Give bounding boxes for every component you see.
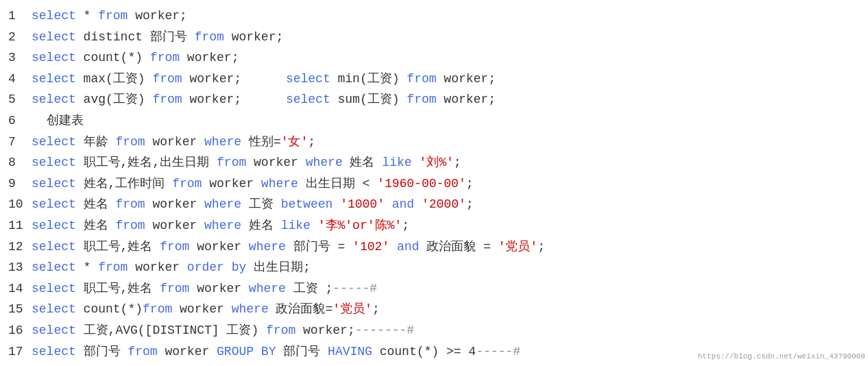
sql-keyword: from xyxy=(115,219,145,232)
sql-plain: 出生日期 < xyxy=(298,177,377,191)
sql-plain: worker; xyxy=(182,72,286,86)
sql-plain: 年龄 xyxy=(76,135,116,149)
sql-keyword: where xyxy=(261,177,298,191)
sql-plain: worker xyxy=(145,197,204,211)
sql-plain: min(工资) xyxy=(330,72,407,86)
line-number: 1 xyxy=(8,5,27,27)
code-line: 1select * from worker; xyxy=(8,5,860,27)
sql-string: '1960-00-00' xyxy=(377,177,466,191)
sql-keyword: select xyxy=(286,72,330,86)
line-content: select count(*) from worker; xyxy=(32,47,239,69)
line-content: select distinct 部门号 from worker; xyxy=(32,27,283,48)
sql-plain: worker; xyxy=(437,93,496,106)
sql-plain: worker xyxy=(189,240,248,254)
sql-keyword: select xyxy=(286,93,330,106)
sql-plain: distinct 部门号 xyxy=(76,30,195,44)
line-content: select 工资,AVG([DISTINCT] 工资) from worker… xyxy=(32,320,414,341)
code-line: 11select 姓名 from worker where 姓名 like '李… xyxy=(8,215,860,236)
sql-plain xyxy=(385,197,392,211)
sql-string: '党员' xyxy=(498,240,538,254)
sql-plain: ; xyxy=(372,302,380,316)
sql-plain: worker; xyxy=(180,51,239,64)
sql-string: '女' xyxy=(281,135,309,149)
line-number: 5 xyxy=(8,89,27,110)
line-number: 17 xyxy=(8,341,27,363)
sql-plain: worker xyxy=(246,156,305,169)
code-line: 16select 工资,AVG([DISTINCT] 工资) from work… xyxy=(8,320,860,341)
line-content: select 姓名 from worker where 工资 between '… xyxy=(32,194,474,215)
sql-plain: worker; xyxy=(182,93,286,106)
sql-keyword: like xyxy=(281,219,311,232)
sql-plain: count(*) xyxy=(76,302,143,316)
line-number: 6 xyxy=(8,110,27,132)
sql-plain: 性别= xyxy=(241,135,281,149)
sql-plain xyxy=(224,260,232,274)
sql-plain: avg(工资) xyxy=(76,93,153,106)
sql-keyword: where xyxy=(249,240,286,254)
sql-plain: 职工号,姓名,出生日期 xyxy=(76,156,217,169)
sql-keyword: from xyxy=(407,93,436,106)
sql-keyword: from xyxy=(150,51,180,64)
sql-keyword: select xyxy=(32,51,76,64)
sql-string: '102' xyxy=(352,240,389,254)
line-content: select 姓名 from worker where 姓名 like '李%'… xyxy=(32,215,409,236)
line-number: 2 xyxy=(8,27,27,48)
sql-keyword: select xyxy=(32,345,76,358)
sql-keyword: from xyxy=(160,240,189,254)
sql-keyword: from xyxy=(172,177,202,191)
code-line: 14select 职工号,姓名 from worker where 工资 ;--… xyxy=(8,278,860,300)
sql-keyword: and xyxy=(392,197,414,211)
sql-keyword: from xyxy=(266,324,296,337)
code-block: 1select * from worker;2select distinct 部… xyxy=(8,5,860,362)
code-line: 9select 姓名,工作时间 from worker where 出生日期 <… xyxy=(8,173,860,195)
sql-plain: * xyxy=(76,260,98,274)
sql-plain: ; xyxy=(466,197,474,211)
line-content: select max(工资) from worker; select min(工… xyxy=(32,69,496,90)
sql-keyword: where xyxy=(306,156,343,169)
sql-plain: 职工号,姓名 xyxy=(76,240,160,254)
sql-plain: 政治面貌= xyxy=(269,302,333,316)
sql-keyword: from xyxy=(160,282,189,295)
sql-keyword: select xyxy=(32,30,76,44)
sql-plain: count(*) xyxy=(76,51,150,64)
sql-keyword: from xyxy=(195,30,224,44)
sql-keyword: select xyxy=(32,135,76,149)
sql-comment: -------# xyxy=(355,324,414,337)
line-content: select 职工号,姓名 from worker where 工资 ;----… xyxy=(32,278,377,300)
sql-plain: 工资 ; xyxy=(286,282,333,295)
sql-keyword: from xyxy=(115,197,145,211)
line-content: select count(*)from worker where 政治面貌='党… xyxy=(32,299,380,320)
sql-keyword: from xyxy=(407,72,436,86)
line-number: 12 xyxy=(8,236,27,258)
line-number: 14 xyxy=(8,278,27,300)
sql-plain: 姓名 xyxy=(241,219,281,232)
sql-plain: worker xyxy=(145,135,204,149)
sql-plain: * xyxy=(76,9,98,23)
sql-plain: 部门号 xyxy=(76,345,128,358)
sql-plain: worker xyxy=(189,282,248,295)
sql-plain: ; xyxy=(538,240,545,254)
code-line: 4select max(工资) from worker; select min(… xyxy=(8,69,860,90)
line-content: select 职工号,姓名,出生日期 from worker where 姓名 … xyxy=(32,152,461,173)
sql-plain: 出生日期; xyxy=(246,260,311,274)
sql-keyword: select xyxy=(32,260,76,274)
line-content: select 姓名,工作时间 from worker where 出生日期 < … xyxy=(32,173,474,195)
sql-keyword: from xyxy=(152,93,182,106)
sql-keyword: by xyxy=(232,260,247,274)
sql-keyword: between xyxy=(281,197,333,211)
sql-comment: -----# xyxy=(333,282,377,295)
sql-keyword: from xyxy=(217,156,246,169)
sql-plain xyxy=(414,197,422,211)
sql-keyword: from xyxy=(98,9,128,23)
line-content: select 部门号 from worker GROUP BY 部门号 HAVI… xyxy=(32,341,520,363)
line-number: 9 xyxy=(8,173,27,195)
sql-plain: worker; xyxy=(437,72,496,86)
sql-plain: sum(工资) xyxy=(330,93,407,106)
sql-keyword: select xyxy=(32,302,76,316)
sql-keyword: where xyxy=(204,197,241,211)
sql-keyword: like xyxy=(382,156,411,169)
sql-plain: 政治面貌 = xyxy=(419,240,498,254)
sql-plain: count(*) >= 4 xyxy=(372,345,476,358)
sql-plain: worker xyxy=(172,302,231,316)
sql-keyword: select xyxy=(32,240,76,254)
